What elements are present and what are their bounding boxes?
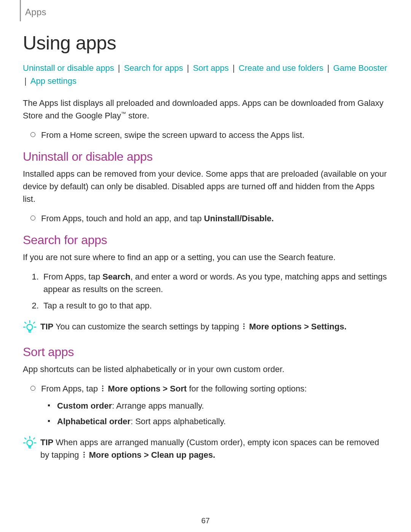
- intro-text-pre: The Apps list displays all preloaded and…: [23, 98, 384, 120]
- option-bold: Custom order: [57, 401, 112, 411]
- option-bold: Alphabetical order: [57, 417, 131, 426]
- step-text: From Apps, tap: [41, 384, 100, 393]
- svg-line-5: [33, 322, 35, 323]
- tip-bold: More options > Settings.: [247, 322, 346, 331]
- tip-label: TIP: [40, 438, 53, 447]
- svg-point-8: [244, 323, 245, 325]
- page-title: Using apps: [23, 32, 388, 54]
- heading-sort: Sort apps: [23, 345, 388, 359]
- svg-point-23: [83, 454, 85, 455]
- tip-label: TIP: [40, 322, 53, 331]
- svg-line-19: [33, 438, 35, 439]
- step-text: for the following sorting options:: [187, 384, 307, 393]
- svg-point-9: [244, 326, 245, 327]
- list-item: Tap a result to go to that app.: [41, 299, 388, 312]
- page: Apps Using apps Uninstall or disable app…: [0, 0, 411, 532]
- sort-paragraph: App shortcuts can be listed alphabetical…: [23, 363, 388, 375]
- step-bold: Search: [102, 272, 130, 281]
- svg-point-11: [102, 385, 104, 387]
- svg-point-12: [102, 388, 104, 389]
- uninstall-paragraph: Installed apps can be removed from your …: [23, 168, 388, 205]
- step-text: From Apps, touch and hold an app, and ta…: [41, 214, 204, 223]
- tip-search: TIP You can customize the search setting…: [23, 320, 388, 337]
- toc-link-uninstall[interactable]: Uninstall or disable apps: [23, 63, 114, 73]
- heading-search: Search for apps: [23, 233, 388, 247]
- step-text: From Apps, tap: [43, 272, 102, 281]
- page-number: 67: [0, 516, 411, 525]
- list-item: Alphabetical order: Sort apps alphabetic…: [57, 415, 388, 428]
- list-item: From a Home screen, swipe the screen upw…: [41, 129, 388, 141]
- svg-point-22: [83, 452, 85, 453]
- more-options-icon: [242, 321, 246, 334]
- step-bold: More options > Sort: [105, 384, 186, 393]
- toc-link-game-booster[interactable]: Game Booster: [333, 63, 387, 73]
- option-text: : Sort apps alphabetically.: [131, 417, 226, 426]
- search-steps: From Apps, tap Search, and enter a word …: [23, 270, 388, 312]
- option-text: : Arrange apps manually.: [112, 401, 204, 411]
- heading-uninstall: Uninstall or disable apps: [23, 150, 388, 164]
- toc-link-sort[interactable]: Sort apps: [193, 63, 229, 73]
- lightbulb-icon: [23, 435, 37, 452]
- tip-body: You can customize the search settings by…: [53, 322, 241, 331]
- uninstall-steps: From Apps, touch and hold an app, and ta…: [23, 212, 388, 225]
- more-options-icon: [82, 449, 86, 462]
- tip-text: TIP When apps are arranged manually (Cus…: [40, 436, 388, 462]
- intro-text-post: store.: [126, 111, 149, 120]
- header-accent-line: [20, 0, 21, 21]
- toc-sep: |: [23, 76, 30, 86]
- sort-options: Custom order: Arrange apps manually. Alp…: [23, 399, 388, 428]
- sort-steps: From Apps, tap More options > Sort for t…: [23, 382, 388, 396]
- svg-point-0: [27, 324, 33, 330]
- step-bold: Uninstall/Disable.: [204, 214, 274, 223]
- lightbulb-icon: [23, 320, 37, 337]
- svg-point-14: [27, 440, 33, 446]
- toc-links: Uninstall or disable apps | Search for a…: [23, 62, 388, 88]
- tip-text: TIP You can customize the search setting…: [40, 320, 388, 334]
- list-item: Custom order: Arrange apps manually.: [57, 399, 388, 412]
- search-paragraph: If you are not sure where to find an app…: [23, 251, 388, 264]
- toc-sep: |: [114, 63, 124, 73]
- trademark: ™: [121, 111, 126, 117]
- svg-point-24: [83, 456, 85, 458]
- toc-sep: |: [183, 63, 193, 73]
- svg-point-13: [102, 390, 104, 391]
- toc-link-app-settings[interactable]: App settings: [30, 76, 76, 86]
- toc-link-search[interactable]: Search for apps: [124, 63, 183, 73]
- toc-link-folders[interactable]: Create and use folders: [239, 63, 323, 73]
- more-options-icon: [101, 383, 105, 396]
- list-item: From Apps, tap More options > Sort for t…: [41, 382, 388, 396]
- intro-step-list: From a Home screen, swipe the screen upw…: [23, 129, 388, 141]
- tip-bold: More options > Clean up pages.: [87, 450, 215, 460]
- svg-line-18: [25, 438, 26, 439]
- list-item: From Apps, tap Search, and enter a word …: [41, 270, 388, 296]
- list-item: From Apps, touch and hold an app, and ta…: [41, 212, 388, 225]
- svg-point-10: [244, 328, 245, 329]
- toc-sep: |: [229, 63, 239, 73]
- toc-sep: |: [323, 63, 333, 73]
- breadcrumb: Apps: [25, 7, 388, 18]
- tip-sort: TIP When apps are arranged manually (Cus…: [23, 436, 388, 462]
- svg-line-4: [25, 322, 26, 323]
- intro-paragraph: The Apps list displays all preloaded and…: [23, 97, 388, 122]
